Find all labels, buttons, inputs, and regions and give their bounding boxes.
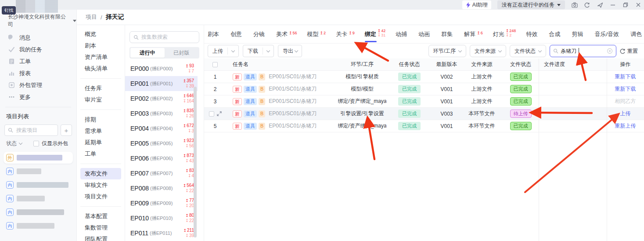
pipeline-tab[interactable]: 动画 ↥ ↧ <box>418 25 431 43</box>
sidebar-item-work-orders[interactable]: 工单 <box>0 55 76 67</box>
pipeline-tab[interactable]: 灯光 ↥248 ↧2 <box>493 25 516 43</box>
project-menu-item[interactable]: 任务库 <box>80 83 121 94</box>
pin-icon[interactable] <box>597 2 603 8</box>
screenshot-icon[interactable] <box>571 2 578 8</box>
pipeline-tab[interactable]: 剪辑 ↥ ↧ <box>572 25 584 43</box>
restore-icon[interactable] <box>622 2 629 8</box>
project-menu-item[interactable]: 项目文件 <box>80 191 121 202</box>
pipeline-tab[interactable]: 动捕 ↥ ↧ <box>396 25 408 43</box>
episode-item[interactable]: EP007 (播EP007) ↥83 ↧4 <box>125 166 198 181</box>
sidebar-item-outsource[interactable]: 外包管理 <box>0 79 76 91</box>
table-row[interactable]: 5 新 道具 B EP001/SC01/杀猪刀 绑定/资产 <box>204 120 644 132</box>
action-link[interactable]: 重新下载 <box>615 73 636 80</box>
pipeline-tab[interactable]: 美术 ↥56 ↧ <box>276 25 297 43</box>
episode-item[interactable]: EP008 (播EP008) ↥564 ↧22 <box>125 181 198 196</box>
sidebar-item-my-tasks[interactable]: 我的任务 <box>0 44 76 55</box>
pipeline-tab[interactable]: 关卡 ↥9 ↧ <box>336 25 355 43</box>
episode-item[interactable]: EP004 (播EP004) ↥672 ↧3 <box>125 121 198 136</box>
sidebar-item-reports[interactable]: 报表 <box>0 67 76 79</box>
episode-item[interactable]: EP009 (播EP009) ↥77 ↧20 <box>125 196 198 211</box>
only-outsource-checkbox[interactable] <box>33 141 39 146</box>
close-icon[interactable] <box>635 2 641 8</box>
project-menu-item[interactable]: 审片室 <box>80 94 121 106</box>
pipeline-tab[interactable]: 模型 ↥2 ↧ <box>307 25 326 43</box>
project-menu-item[interactable]: 需求单 <box>80 125 121 137</box>
project-menu-item[interactable]: 延期单 <box>80 137 121 148</box>
project-list-item[interactable]: 内 <box>4 220 73 232</box>
pipeline-tab[interactable]: 分镜 ↥ ↧ <box>253 25 266 43</box>
project-menu-item[interactable]: 剧本 <box>80 40 121 51</box>
project-menu-item[interactable]: 集数管理 <box>80 222 121 234</box>
scrollbar[interactable] <box>194 87 197 237</box>
table-row[interactable]: 2 新 道具 B EP001/SC01/杀猪刀 模型/模型 <box>204 83 644 95</box>
action-link[interactable]: 重新下载 <box>615 85 636 93</box>
select-all-checkbox[interactable] <box>212 62 218 67</box>
episode-item[interactable]: EP003 (播EP003) ↥835 ↧26 <box>125 106 198 121</box>
task-search-input[interactable]: 杀猪刀 <box>550 45 616 57</box>
project-menu-item[interactable]: 镜头清单 <box>80 63 121 74</box>
pipeline-tab[interactable]: 创意 ↥ ↧ <box>230 25 243 43</box>
project-list-item[interactable]: 内 <box>4 193 73 204</box>
step-filter-dropdown[interactable]: 环节/工序 <box>428 45 466 57</box>
breadcrumb-root[interactable]: 项目 <box>86 13 97 21</box>
project-menu-label: 排期 <box>85 116 96 123</box>
project-list-item[interactable]: 内 <box>4 179 73 191</box>
project-search-field[interactable] <box>15 127 53 134</box>
project-list-item[interactable]: 内 <box>4 206 73 218</box>
add-project-button[interactable]: + <box>61 124 72 136</box>
ai-assistant-button[interactable]: AI助理 <box>462 0 491 9</box>
pipeline-tab[interactable]: 合成 ↥ ↧ <box>549 25 561 43</box>
episode-search-input[interactable]: 按集数搜索 <box>130 31 199 43</box>
episode-item[interactable]: EP000 (播EP000) ↥93 ↧7 <box>125 61 198 76</box>
expand-icon[interactable] <box>217 111 222 116</box>
export-button[interactable]: 导出 <box>278 45 302 57</box>
project-menu-item[interactable]: 团队配置 <box>80 234 121 241</box>
episode-item[interactable]: EP001 (播EP001) ↥357 ↧39 <box>125 76 198 91</box>
project-menu-item[interactable]: 工单 <box>80 148 121 160</box>
episode-item[interactable]: EP005 (播EP005) ↥923 ↧56 <box>125 136 198 151</box>
action-link[interactable]: 重新上传 <box>615 122 636 130</box>
pipeline-tab[interactable]: 剧本 ↥ ↧ <box>208 25 220 43</box>
project-menu-item[interactable]: 资产清单 <box>80 51 121 63</box>
clear-search-icon[interactable] <box>607 48 613 54</box>
source-filter-dropdown[interactable]: 文件来源 <box>470 45 506 57</box>
action-link[interactable]: 上传 <box>620 110 631 117</box>
project-search-input[interactable] <box>4 124 58 136</box>
minimize-icon[interactable] <box>609 2 616 8</box>
sidebar-item-more[interactable]: 更多 <box>0 91 76 103</box>
action-link[interactable]: 相同乙方 <box>615 98 636 105</box>
refresh-icon[interactable] <box>584 2 590 8</box>
pipeline-tab[interactable]: 解算 ↥6 ↧ <box>464 25 483 43</box>
app-logo[interactable]: 钉找 <box>2 6 16 15</box>
download-button[interactable]: 下载 <box>243 45 274 57</box>
reset-button[interactable]: 重置 <box>620 47 638 55</box>
pipeline-tab[interactable]: 绑定 ↥42 ↧31 <box>365 25 386 43</box>
episode-item[interactable]: EP011 (播EP011) ↥211 ↧39 <box>125 226 198 241</box>
sidebar-item-messages[interactable]: 消息 <box>0 32 76 44</box>
project-list-item[interactable]: 内 <box>4 165 73 177</box>
status-filter-label[interactable]: 状态 <box>6 140 17 147</box>
project-menu-item[interactable]: 排期 <box>80 114 121 125</box>
pipeline-tab[interactable]: 特效 ↥ ↧ <box>526 25 539 43</box>
project-list-item[interactable]: 外 <box>4 152 73 164</box>
pipeline-tab[interactable]: 音乐/音效 ↥ ↧ <box>594 25 620 43</box>
file-status-filter-dropdown[interactable]: 文件状态 <box>510 45 546 57</box>
pipeline-tab[interactable]: 调色 ↥ ↧ <box>630 25 643 43</box>
table-row[interactable]: 3 新 道具 B EP001/SC01/杀猪刀 绑定/资产 <box>204 95 644 108</box>
tab-in-progress[interactable]: 进行中 <box>130 48 165 58</box>
table-row[interactable]: 新 道具 B EP001/SC01/杀猪刀 引擎设置/引擎设置 已完成 V003… <box>204 108 644 120</box>
project-menu-item[interactable]: 发布文件 <box>80 168 121 179</box>
pipeline-tab[interactable]: 群集 ↥ ↧ <box>441 25 454 43</box>
upload-button[interactable]: 上传 <box>208 45 239 57</box>
tab-sealed[interactable]: 已封版 <box>165 48 199 58</box>
table-row[interactable]: 1 新 道具 B EP001/SC01/杀猪刀 模型/引擎 <box>204 71 644 83</box>
chevron-down-icon <box>458 48 462 52</box>
project-menu-item[interactable]: 基本配置 <box>80 211 121 222</box>
episode-item[interactable]: EP006 (播EP006) ↥873 ↧43 <box>125 151 198 166</box>
episode-item[interactable]: EP002 (播EP002) ↥646 ↧164 <box>125 91 198 106</box>
project-menu-item[interactable]: 概览 <box>80 29 121 40</box>
row-checkbox[interactable] <box>209 111 214 117</box>
episode-item[interactable]: EP010 (播EP010) ↥80 ↧22 <box>125 211 198 226</box>
project-menu-item[interactable]: 审核文件 <box>80 179 121 191</box>
task-status-dropdown[interactable]: 没有正在进行中的任务 <box>497 0 565 9</box>
